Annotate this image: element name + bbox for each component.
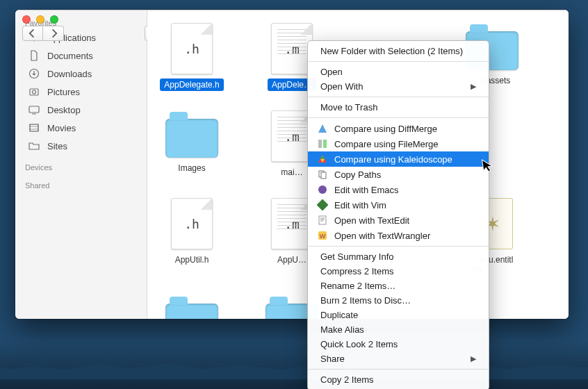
folder-item[interactable] [156,295,228,319]
folder-item[interactable]: Images [156,110,228,179]
svg-rect-25 [321,172,326,179]
pictures-icon [28,85,40,98]
sidebar-item-documents[interactable]: Documents [15,47,147,65]
file-label: mai… [277,166,307,179]
torn-edge-decoration [0,340,588,389]
submenu-arrow-icon: ▶ [471,354,476,363]
svg-point-26 [318,185,327,194]
file-item[interactable]: .h AppUtil.h [156,198,228,276]
textwrangler-icon: W [316,230,329,241]
textedit-icon [316,215,329,226]
svg-rect-27 [317,199,328,210]
sidebar-item-label: Movies [47,123,76,133]
menu-burn[interactable]: Burn 2 Items to Disc… [308,293,489,308]
diffmerge-icon [316,123,329,134]
forward-button[interactable] [43,26,64,41]
downloads-icon [28,67,40,80]
file-item[interactable]: .h AppDelegate.h [156,23,228,91]
sidebar-item-desktop[interactable]: Desktop [15,101,147,119]
emacs-icon [316,184,329,195]
cursor-icon [481,158,494,176]
folder-icon [165,119,218,158]
menu-share[interactable]: Share▶ [308,351,489,366]
menu-service-diffmerge[interactable]: Compare using DiffMerge [308,121,489,136]
folder-icon [165,304,218,319]
svg-marker-22 [320,155,325,159]
sidebar-item-pictures[interactable]: Pictures [15,83,147,101]
submenu-arrow-icon: ▶ [471,82,476,91]
menu-make-alias[interactable]: Make Alias [308,322,489,337]
menu-service-kaleidoscope[interactable]: Compare using Kaleidoscope [308,151,489,167]
desktop-icon [28,104,40,116]
menu-open[interactable]: Open [308,65,489,79]
menu-service-textwrangler[interactable]: W Open with TextWrangler [308,228,489,243]
svg-rect-20 [323,140,327,148]
file-label: AppU… [273,254,311,266]
header-file-icon: .h [171,23,213,74]
menu-open-with[interactable]: Open With▶ [308,79,489,94]
menu-quick-look[interactable]: Quick Look 2 Items [308,337,489,351]
svg-rect-17 [29,106,39,113]
menu-rename[interactable]: Rename 2 Items… [308,279,489,293]
menu-duplicate[interactable]: Duplicate [308,308,489,322]
menu-service-emacs[interactable]: Edit with Emacs [308,182,489,197]
menu-service-filemerge[interactable]: Compare using FileMerge [308,136,489,151]
close-window-button[interactable] [22,15,31,24]
sidebar-item-downloads[interactable]: Downloads [15,65,147,83]
sidebar-item-label: Downloads [47,69,92,79]
chevron-left-icon [28,28,38,38]
movies-icon [28,122,40,134]
sidebar-item-label: Sites [47,141,67,151]
menu-service-vim[interactable]: Edit with Vim [308,197,489,213]
vim-icon [316,199,329,210]
file-label: AppDelegate.h [160,78,223,91]
sidebar-item-label: Desktop [47,105,81,115]
zoom-window-button[interactable] [50,15,58,24]
sidebar-item-movies[interactable]: Movies [15,119,147,137]
back-button[interactable] [22,26,43,41]
menu-get-summary-info[interactable]: Get Summary Info [308,249,489,264]
svg-rect-28 [319,216,326,224]
sidebar-item-label: Documents [47,51,93,61]
nav-buttons [22,26,64,41]
svg-rect-19 [318,140,322,148]
minimize-window-button[interactable] [36,15,44,24]
window-traffic-lights [22,15,58,24]
document-icon [28,49,40,62]
svg-rect-18 [30,124,38,131]
sidebar-item-label: Pictures [47,87,80,97]
folder-icon [28,140,40,152]
copy-icon [316,169,329,180]
header-file-icon: .h [171,198,213,249]
filemerge-icon [316,138,329,149]
menu-service-textedit[interactable]: Open with TextEdit [308,213,489,228]
svg-rect-15 [30,89,38,95]
file-label: Images [174,162,209,174]
menu-compress[interactable]: Compress 2 Items [308,264,489,279]
kaleidoscope-icon [316,154,329,165]
source-file-icon: .m [271,110,313,162]
sidebar-item-sites[interactable]: Sites [15,137,147,155]
file-label: AppUtil.h [171,254,213,266]
menu-copy-items[interactable]: Copy 2 Items [308,372,489,387]
chevron-right-icon [49,28,58,38]
menu-move-to-trash[interactable]: Move to Trash [308,100,489,115]
sidebar: Favorites Applications Documents Downloa… [15,10,147,319]
menu-service-copy-paths[interactable]: Copy Paths [308,167,489,182]
menu-new-folder-selection[interactable]: New Folder with Selection (2 Items) [308,44,489,58]
svg-point-16 [33,90,36,94]
sidebar-section-devices: Devices [15,160,147,173]
svg-text:W: W [320,233,326,240]
sidebar-section-shared: Shared [15,179,147,191]
source-file-icon: .m [271,198,313,249]
context-menu: New Folder with Selection (2 Items) Open… [307,40,489,389]
source-file-icon: .m [271,23,313,74]
